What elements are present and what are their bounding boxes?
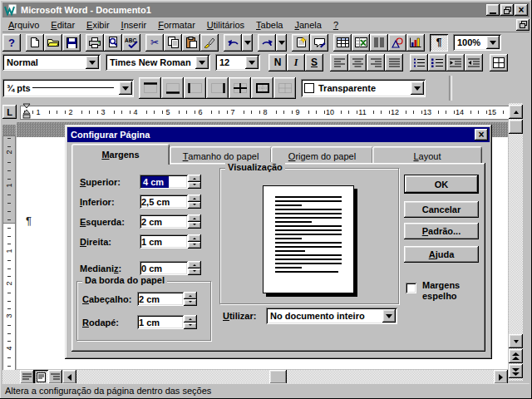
font-size-combo[interactable]: 12: [215, 54, 260, 71]
spin-down-button[interactable]: [188, 202, 201, 209]
spin-down-button[interactable]: [188, 268, 201, 276]
spin-down-button[interactable]: [188, 222, 201, 229]
menu-ajuda[interactable]: ?: [328, 19, 344, 31]
zoom-combo[interactable]: 100%: [453, 34, 501, 51]
spelling-button[interactable]: ABC: [122, 34, 140, 52]
menu-arquivo[interactable]: Arquivo: [2, 19, 45, 31]
spin-down-button[interactable]: [188, 242, 201, 249]
spin-up-button[interactable]: [184, 292, 197, 299]
font-size-dropdown-arrow[interactable]: [245, 56, 259, 69]
normal-view-button[interactable]: [20, 370, 34, 384]
rodape-input[interactable]: 1 cm: [137, 315, 184, 329]
ok-button[interactable]: OK: [404, 175, 479, 194]
autotext-button[interactable]: [310, 34, 328, 52]
dialog-close-button[interactable]: ×: [475, 129, 488, 140]
apply-to-combo[interactable]: No documento inteiro: [266, 308, 397, 324]
superior-input[interactable]: 4 cm: [140, 175, 188, 189]
minimize-button[interactable]: [486, 4, 500, 16]
autoformat-button[interactable]: [292, 34, 310, 52]
border-bottom-button[interactable]: [161, 77, 184, 99]
bulleted-list-button[interactable]: [428, 54, 446, 71]
menu-tabela[interactable]: Tabela: [250, 19, 288, 31]
align-center-button[interactable]: [348, 54, 367, 71]
cut-button[interactable]: ✂: [145, 34, 164, 52]
style-dropdown-arrow[interactable]: [86, 56, 99, 69]
h-scroll-thumb[interactable]: [269, 370, 287, 384]
h-scroll-track[interactable]: [2, 370, 508, 384]
help-button[interactable]: Ajuda: [404, 246, 479, 263]
undo-button[interactable]: [224, 34, 242, 52]
increase-indent-button[interactable]: [465, 54, 483, 71]
italic-button[interactable]: I: [287, 54, 305, 71]
decrease-indent-button[interactable]: [446, 54, 465, 71]
line-width-dropdown-arrow[interactable]: [119, 81, 132, 95]
horizontal-scrollbar[interactable]: [2, 370, 508, 384]
tab-margens[interactable]: Margens: [71, 144, 170, 165]
redo-button[interactable]: [258, 34, 276, 52]
style-combo[interactable]: Normal: [2, 54, 101, 71]
spin-down-button[interactable]: [184, 299, 197, 307]
spin-down-button[interactable]: [188, 182, 201, 190]
previous-page-button[interactable]: [509, 349, 523, 363]
shading-dropdown-arrow[interactable]: [411, 81, 424, 95]
inferior-input[interactable]: 2,5 cm: [140, 195, 188, 209]
new-document-button[interactable]: [26, 34, 44, 52]
print-button[interactable]: [86, 34, 104, 52]
v-scroll-thumb[interactable]: [509, 120, 523, 134]
dialog-title-bar[interactable]: Configurar Página ×: [67, 127, 490, 142]
scroll-right-button[interactable]: [494, 370, 508, 384]
border-inside-button[interactable]: [229, 77, 251, 99]
border-outside-button[interactable]: [251, 77, 273, 99]
spin-up-button[interactable]: [188, 214, 201, 222]
scroll-down-button[interactable]: [509, 334, 523, 348]
zoom-dropdown-arrow[interactable]: [486, 36, 500, 49]
align-left-button[interactable]: [330, 54, 348, 71]
border-right-button[interactable]: [206, 77, 229, 99]
numbered-list-button[interactable]: [410, 54, 428, 71]
h-ruler-strip[interactable]: 123456789101112131415: [20, 106, 510, 120]
menu-janela[interactable]: Janela: [288, 19, 327, 31]
outline-view-button[interactable]: [48, 370, 62, 384]
spin-down-button[interactable]: [184, 323, 197, 330]
menu-inserir[interactable]: Inserir: [116, 19, 153, 31]
page-layout-view-button[interactable]: [34, 370, 48, 384]
next-page-button[interactable]: [509, 364, 523, 378]
menu-editar[interactable]: Editar: [45, 19, 81, 31]
help-button[interactable]: ?: [2, 34, 21, 52]
cabecalho-input[interactable]: 2 cm: [137, 292, 184, 306]
spin-up-button[interactable]: [188, 234, 201, 242]
open-button[interactable]: [44, 34, 62, 52]
scroll-up-button[interactable]: [509, 105, 523, 119]
border-none-button[interactable]: [273, 77, 296, 99]
drawing-button[interactable]: [388, 34, 406, 52]
border-top-button[interactable]: [139, 77, 161, 99]
borders-toggle-button[interactable]: [490, 54, 508, 71]
font-dropdown-arrow[interactable]: [195, 56, 209, 69]
insert-excel-button[interactable]: [352, 34, 370, 52]
save-button[interactable]: [62, 34, 81, 52]
default-button[interactable]: Padrão...: [404, 223, 479, 239]
vertical-ruler[interactable]: 21 1234: [2, 125, 16, 369]
columns-button[interactable]: [370, 34, 388, 52]
restore-button[interactable]: [500, 4, 514, 16]
font-combo[interactable]: Times New Roman: [106, 54, 210, 71]
medianiz-input[interactable]: 0 cm: [140, 261, 188, 275]
direita-input[interactable]: 1 cm: [140, 234, 188, 249]
format-painter-button[interactable]: [200, 34, 219, 52]
document-restore-button[interactable]: [516, 19, 530, 31]
mirror-margins-checkbox[interactable]: [406, 283, 416, 293]
tab-layout[interactable]: Layout: [372, 146, 482, 165]
scroll-left-button[interactable]: [62, 370, 76, 384]
menu-exibir[interactable]: Exibir: [81, 19, 116, 31]
apply-to-dropdown-arrow[interactable]: [382, 309, 396, 323]
show-paragraph-button[interactable]: ¶: [430, 34, 448, 52]
copy-button[interactable]: [164, 34, 182, 52]
menu-utilitarios[interactable]: Utilitários: [201, 19, 250, 31]
title-bar[interactable]: Microsoft Word - Documento1 ×: [2, 2, 530, 17]
tab-origem-do-papel[interactable]: Origem do papel: [271, 146, 373, 165]
spin-up-button[interactable]: [188, 175, 201, 182]
redo-dropdown-arrow[interactable]: [276, 34, 287, 52]
spin-up-button[interactable]: [188, 195, 201, 202]
bold-button[interactable]: N: [268, 54, 287, 71]
esquerda-input[interactable]: 2 cm: [140, 214, 188, 229]
